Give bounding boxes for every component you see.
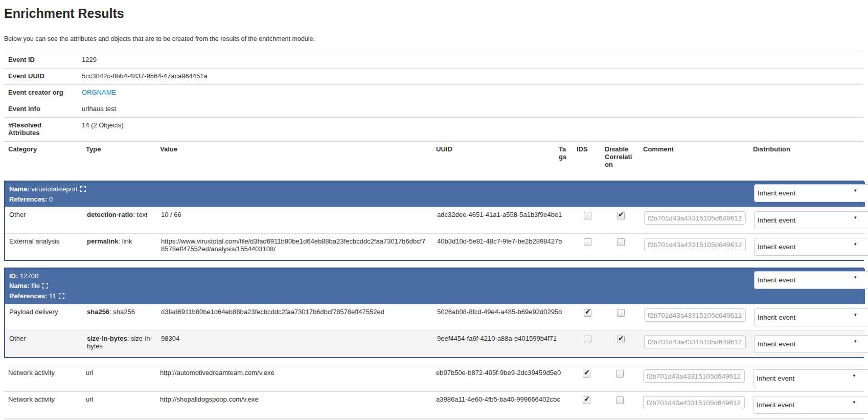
object-header-meta: Name: virustotal-reportReferences: 0 [5, 182, 750, 207]
disable-correlation-checkbox[interactable] [616, 370, 624, 378]
attribute-category: Other [5, 207, 83, 234]
ids-checkbox[interactable] [584, 309, 591, 317]
comment-input[interactable] [644, 308, 746, 322]
comment-input[interactable] [644, 211, 746, 225]
comment-input[interactable] [644, 238, 746, 251]
attribute-uuid: 40b3d10d-5e81-48c7-9fe7-be2b2898427b [433, 234, 556, 260]
distribution-select[interactable]: Inherit event [754, 211, 868, 229]
object-meta-value: file [30, 282, 40, 290]
column-header-ids: IDS [573, 141, 601, 175]
attribute-category: External analysis [5, 234, 83, 260]
ids-checkbox[interactable] [583, 370, 590, 378]
attribute-row: External analysispermalink: linkhttps://… [5, 234, 865, 260]
attribute-uuid: 9eef4454-fa6f-4210-a88a-e401599b4f71 [433, 331, 556, 358]
disable-correlation-checkbox[interactable] [617, 309, 625, 317]
event-creator-org-link[interactable]: ORGNAME [82, 89, 116, 96]
column-header-distribution: Distribution [749, 141, 864, 175]
comment-cell [640, 207, 750, 234]
distribution-select[interactable]: Inherit event [754, 308, 868, 326]
distribution-select[interactable]: Inherit event [754, 335, 868, 353]
ids-checkbox[interactable] [584, 336, 591, 343]
comment-cell [639, 392, 749, 418]
expand-icon[interactable] [59, 292, 64, 301]
attribute-category: Network activity [4, 365, 82, 392]
event-meta-label: Event creator org [4, 84, 78, 101]
expand-icon[interactable] [42, 281, 48, 291]
event-meta-row: Event infourlhaus test [4, 101, 864, 117]
disable-correlation-checkbox[interactable] [616, 396, 624, 404]
comment-input[interactable] [644, 335, 746, 348]
attribute-type: size-in-bytes: size-in-bytes [83, 331, 157, 358]
comment-input[interactable] [643, 369, 745, 383]
attribute-value: d3fad6911b80be1d64eb88ba23fecbcddc2faa73… [157, 304, 433, 331]
distribution-select-wrap: Inherit event▼ [753, 396, 860, 414]
ids-cell [573, 365, 601, 392]
attribute-type: sha256: sha256 [83, 304, 157, 331]
object-meta-line: ID: 12700 [9, 271, 746, 281]
event-meta-label: #Resolved Attributes [4, 117, 78, 141]
object-meta-value: 12700 [18, 272, 38, 280]
attribute-value: http://automotivedreamteam.com/v.exe [156, 365, 432, 392]
attribute-tags-cell [556, 331, 574, 358]
disable-correlation-checkbox[interactable] [617, 336, 625, 343]
disable-correlation-cell [601, 392, 639, 418]
event-meta-row: #Resolved Attributes14 (2 Objects) [4, 117, 864, 141]
event-meta-body: Event ID1229Event UUID5cc3042c-8bb4-4837… [4, 52, 864, 141]
object-meta-value: virustotal-report [30, 185, 78, 193]
disable-correlation-checkbox[interactable] [617, 212, 625, 219]
comment-cell [639, 365, 749, 392]
event-meta-value: 5cc3042c-8bb4-4837-9564-47aca964451a [78, 68, 864, 84]
ids-checkbox[interactable] [584, 238, 591, 246]
attribute-row: Othersize-in-bytes: size-in-bytes983049e… [5, 331, 865, 358]
distribution-select[interactable]: Inherit event [753, 369, 868, 387]
object-block: ID: 12700Name: fileReferences: 11Inherit… [4, 268, 864, 358]
ids-checkbox[interactable] [584, 212, 591, 219]
distribution-select[interactable]: Inherit event [753, 396, 868, 414]
object-meta-label: ID: [9, 272, 18, 280]
object-relation-name: detection-ratio [87, 211, 133, 218]
distribution-select-wrap: Inherit event▼ [754, 271, 861, 289]
attribute-category: Other [5, 331, 83, 358]
column-header-type: Type [82, 141, 156, 175]
attribute-uuid: a3986a11-4e60-4fb5-ba40-999666402cbc [432, 392, 555, 418]
distribution-cell: Inherit event▼ [750, 234, 865, 260]
expand-icon[interactable] [80, 185, 86, 194]
object-table: ID: 12700Name: fileReferences: 11Inherit… [5, 269, 865, 357]
comment-cell [640, 234, 750, 260]
attribute-row: Network activityurlhttp://shopalldogspoo… [4, 392, 864, 418]
loose-attributes-table: Network activityurlhttp://automotivedrea… [4, 365, 864, 420]
attribute-table-header: CategoryTypeValueUUIDTagsIDSDisable Corr… [4, 141, 864, 176]
object-header-row: Name: virustotal-reportReferences: 0Inhe… [5, 182, 865, 207]
distribution-select[interactable]: Inherit event [754, 184, 868, 202]
object-meta-label: Name: [9, 185, 30, 193]
ids-cell [574, 304, 602, 331]
distribution-cell: Inherit event▼ [749, 392, 864, 418]
attribute-category: Network activity [4, 392, 82, 418]
column-header-row: CategoryTypeValueUUIDTagsIDSDisable Corr… [4, 141, 864, 175]
object-distribution-cell: Inherit event▼ [750, 182, 865, 207]
page-description: Below you can see the attributes and obj… [4, 35, 864, 42]
distribution-select[interactable]: Inherit event [754, 271, 868, 289]
distribution-cell: Inherit event▼ [750, 331, 865, 358]
distribution-select-wrap: Inherit event▼ [753, 369, 860, 387]
object-sections: Name: virustotal-reportReferences: 0Inhe… [4, 181, 864, 358]
object-meta-value: 0 [47, 195, 53, 203]
object-meta-label: References: [9, 195, 47, 203]
attribute-uuid: 5026ab08-8fcd-49e4-a485-b69e92d0295b [433, 304, 556, 331]
disable-correlation-checkbox[interactable] [617, 238, 625, 246]
column-header-tags: Tags [555, 141, 573, 175]
object-meta-label: References: [9, 292, 47, 300]
event-meta-row: Event UUID5cc3042c-8bb4-4837-9564-47aca9… [4, 68, 864, 84]
attribute-uuid: eb97b50e-b872-405f-9be9-2dc39459d5e0 [432, 365, 555, 392]
column-header-value: Value [156, 141, 432, 175]
distribution-select[interactable]: Inherit event [754, 238, 868, 256]
event-meta-label: Event UUID [4, 68, 78, 84]
attribute-value: 98304 [157, 331, 433, 358]
ids-cell [574, 207, 602, 234]
ids-checkbox[interactable] [583, 396, 590, 404]
object-meta-value: 11 [47, 292, 56, 300]
disable-correlation-cell [602, 234, 640, 260]
column-header-category: Category [4, 141, 82, 175]
column-header-disable-correlation: Disable Correlation [601, 141, 639, 175]
comment-input[interactable] [643, 396, 745, 409]
